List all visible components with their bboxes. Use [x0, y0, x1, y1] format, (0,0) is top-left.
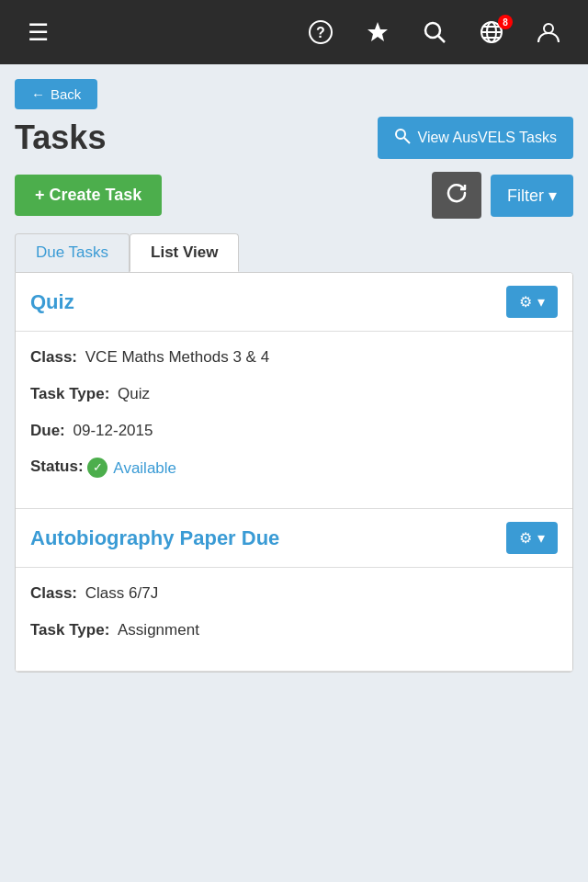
- back-button[interactable]: ← Back: [15, 79, 97, 109]
- actions-arrow-icon: ▾: [537, 529, 545, 547]
- top-nav: ☰ ? 8: [0, 0, 588, 64]
- view-ausvels-label: View AusVELS Tasks: [418, 130, 558, 146]
- task-1-type-row: Task Type: Quiz: [30, 383, 558, 405]
- tab-list-view-label: List View: [151, 243, 218, 261]
- content-area: ← Back Tasks View AusVELS Tasks + Create…: [0, 64, 588, 687]
- svg-text:?: ?: [316, 25, 325, 40]
- task-2-type-value: Assignment: [118, 621, 199, 639]
- nav-left: ☰: [15, 11, 62, 54]
- task-1-due-row: Due: 09-12-2015: [30, 420, 558, 442]
- task-1-due-value: 09-12-2015: [74, 422, 153, 439]
- task-1-status-row: Status: ✓ Available: [30, 456, 558, 479]
- class-label: Class:: [30, 584, 77, 602]
- svg-line-4: [438, 36, 445, 42]
- class-label: Class:: [30, 348, 77, 366]
- refresh-button[interactable]: [432, 172, 481, 219]
- create-task-button[interactable]: + Create Task: [15, 175, 162, 216]
- back-label: Back: [51, 86, 81, 102]
- task-item: Quiz ⚙ ▾ Class: VCE Maths Methods 3 & 4 …: [16, 273, 572, 509]
- task-1-status-text: Available: [113, 458, 176, 480]
- task-2-actions-button[interactable]: ⚙ ▾: [506, 522, 558, 554]
- task-1-details: Class: VCE Maths Methods 3 & 4 Task Type…: [16, 332, 572, 508]
- globe-notification-icon[interactable]: 8: [467, 13, 516, 51]
- favorites-icon[interactable]: [353, 13, 402, 51]
- status-check-icon: ✓: [87, 458, 107, 478]
- toolbar-row: + Create Task Filter ▾: [15, 172, 573, 219]
- task-1-class-row: Class: VCE Maths Methods 3 & 4: [30, 346, 558, 368]
- task-1-class-value: VCE Maths Methods 3 & 4: [85, 348, 269, 366]
- task-1-actions-button[interactable]: ⚙ ▾: [506, 286, 558, 318]
- status-label: Status:: [30, 458, 84, 475]
- svg-line-12: [404, 138, 410, 143]
- task-2-details: Class: Class 6/7J Task Type: Assignment: [16, 568, 572, 671]
- task-1-status-value: ✓ Available: [87, 458, 176, 480]
- task-2-type-row: Task Type: Assignment: [30, 619, 558, 641]
- notification-badge: 8: [498, 15, 513, 29]
- gear-icon: ⚙: [519, 529, 532, 547]
- task-1-type-value: Quiz: [118, 385, 150, 402]
- tab-list-view[interactable]: List View: [130, 233, 239, 272]
- nav-right: ? 8: [296, 13, 573, 51]
- task-1-name[interactable]: Quiz: [30, 290, 74, 314]
- gear-icon: ⚙: [519, 293, 532, 311]
- task-2-class-row: Class: Class 6/7J: [30, 582, 558, 605]
- back-arrow-icon: ←: [31, 86, 45, 102]
- tab-due-tasks-label: Due Tasks: [36, 243, 108, 261]
- task-2-class-value: Class 6/7J: [85, 584, 158, 602]
- svg-point-10: [544, 24, 553, 33]
- svg-point-3: [425, 23, 440, 38]
- svg-marker-2: [368, 22, 388, 41]
- search-icon[interactable]: [410, 13, 459, 51]
- task-2-header: Autobiography Paper Due ⚙ ▾: [16, 509, 572, 568]
- task-type-label: Task Type:: [30, 621, 109, 639]
- filter-button[interactable]: Filter ▾: [491, 175, 573, 217]
- profile-icon[interactable]: [524, 13, 573, 51]
- task-item: Autobiography Paper Due ⚙ ▾ Class: Class…: [16, 509, 572, 672]
- actions-arrow-icon: ▾: [537, 293, 545, 311]
- create-task-label: + Create Task: [35, 186, 141, 205]
- task-2-name[interactable]: Autobiography Paper Due: [30, 526, 279, 550]
- tab-due-tasks[interactable]: Due Tasks: [15, 233, 130, 272]
- svg-point-11: [396, 130, 405, 139]
- search-ausvels-icon: [394, 128, 411, 148]
- task-type-label: Task Type:: [30, 385, 109, 402]
- task-1-header: Quiz ⚙ ▾: [16, 273, 572, 332]
- tabs-row: Due Tasks List View: [15, 233, 573, 272]
- help-icon[interactable]: ?: [296, 13, 345, 51]
- filter-label: Filter ▾: [507, 186, 557, 206]
- due-label: Due:: [30, 422, 65, 439]
- hamburger-menu-icon[interactable]: ☰: [15, 11, 62, 54]
- refresh-icon: [447, 188, 467, 207]
- header-row: Tasks View AusVELS Tasks: [15, 117, 573, 159]
- task-list-container: Quiz ⚙ ▾ Class: VCE Maths Methods 3 & 4 …: [15, 272, 573, 673]
- view-ausvels-button[interactable]: View AusVELS Tasks: [378, 117, 574, 159]
- page-title: Tasks: [15, 119, 106, 157]
